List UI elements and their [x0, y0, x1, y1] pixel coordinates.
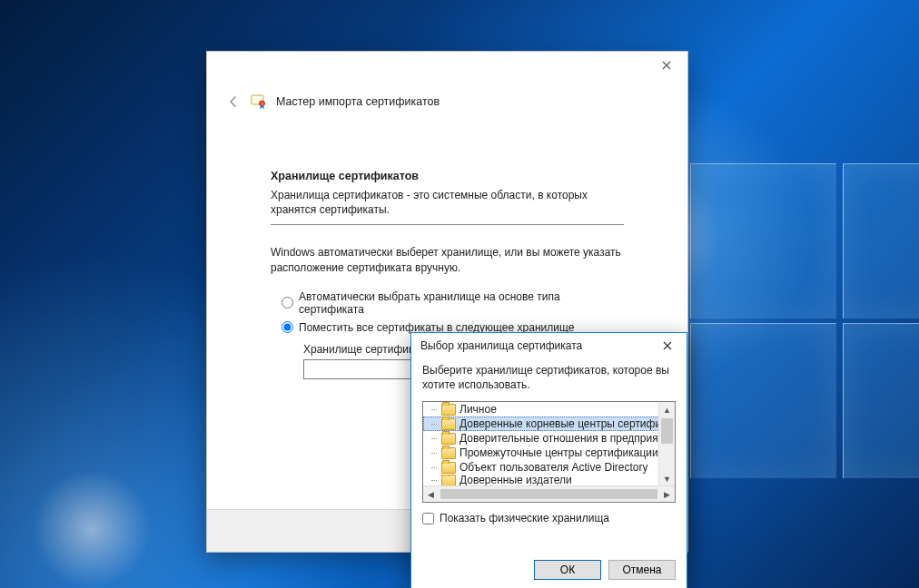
scroll-thumb[interactable] — [661, 418, 673, 444]
folder-icon — [441, 418, 456, 430]
chooser-titlebar[interactable]: Выбор хранилища сертификата — [411, 333, 687, 358]
store-tree: ЛичноеДоверенные корневые центры сертифи… — [422, 401, 676, 503]
section-description: Хранилища сертификатов - это системные о… — [271, 188, 607, 217]
radio-auto-select-label: Автоматически выбрать хранилище на основ… — [299, 290, 624, 316]
tree-item-label: Доверенные издатели — [460, 475, 572, 485]
tree-item-label: Доверенные корневые центры сертификации — [460, 417, 659, 430]
vertical-scrollbar[interactable]: ▲ ▼ — [658, 402, 675, 486]
folder-icon — [441, 404, 456, 416]
tree-item[interactable]: Личное — [423, 402, 659, 416]
auto-select-text: Windows автоматически выберет хранилище,… — [271, 245, 624, 276]
tree-item[interactable]: Промежуточные центры сертификации — [423, 446, 659, 460]
show-physical-label: Показать физические хранилища — [440, 512, 609, 524]
hscroll-thumb[interactable] — [440, 489, 657, 499]
wizard-title: Мастер импорта сертификатов — [276, 95, 440, 108]
certificate-icon — [251, 93, 267, 110]
folder-icon — [441, 447, 456, 459]
chooser-message: Выберите хранилище сертификатов, которое… — [422, 364, 676, 392]
ok-button[interactable]: ОК — [534, 560, 601, 580]
close-button[interactable] — [651, 55, 682, 75]
tree-item[interactable]: Доверительные отношения в предприятии — [423, 431, 659, 446]
folder-icon — [441, 475, 456, 485]
tree-item[interactable]: Доверенные издатели — [423, 475, 659, 485]
horizontal-scrollbar[interactable]: ◀ ▶ — [423, 485, 675, 502]
folder-icon — [441, 462, 456, 474]
tree-item[interactable]: Доверенные корневые центры сертификации — [423, 416, 659, 431]
radio-manual-select-input[interactable] — [282, 321, 293, 333]
tree-item-label: Доверительные отношения в предприятии — [460, 432, 659, 445]
scroll-up-icon[interactable]: ▲ — [659, 402, 675, 417]
tree-item-label: Объект пользователя Active Directory — [460, 461, 648, 474]
scroll-left-icon[interactable]: ◀ — [423, 490, 439, 499]
radio-auto-select-input[interactable] — [282, 297, 293, 309]
show-physical-checkbox[interactable] — [422, 513, 434, 524]
radio-auto-select[interactable]: Автоматически выбрать хранилище на основ… — [282, 290, 624, 316]
scroll-down-icon[interactable]: ▼ — [659, 471, 675, 486]
tree-item-label: Личное — [460, 403, 497, 416]
tree-item[interactable]: Объект пользователя Active Directory — [423, 460, 659, 475]
certificate-store-chooser: Выбор хранилища сертификата Выберите хра… — [410, 332, 687, 588]
show-physical-checkbox-row[interactable]: Показать физические хранилища — [422, 512, 676, 524]
folder-icon — [441, 433, 456, 445]
back-arrow-icon[interactable] — [225, 93, 242, 110]
section-title: Хранилище сертификатов — [271, 170, 624, 182]
chooser-title: Выбор хранилища сертификата — [420, 339, 582, 352]
divider — [271, 224, 624, 225]
tree-item-label: Промежуточные центры сертификации — [460, 446, 658, 459]
chooser-close-button[interactable] — [652, 336, 683, 356]
scroll-right-icon[interactable]: ▶ — [659, 490, 675, 499]
cancel-button[interactable]: Отмена — [608, 560, 676, 580]
